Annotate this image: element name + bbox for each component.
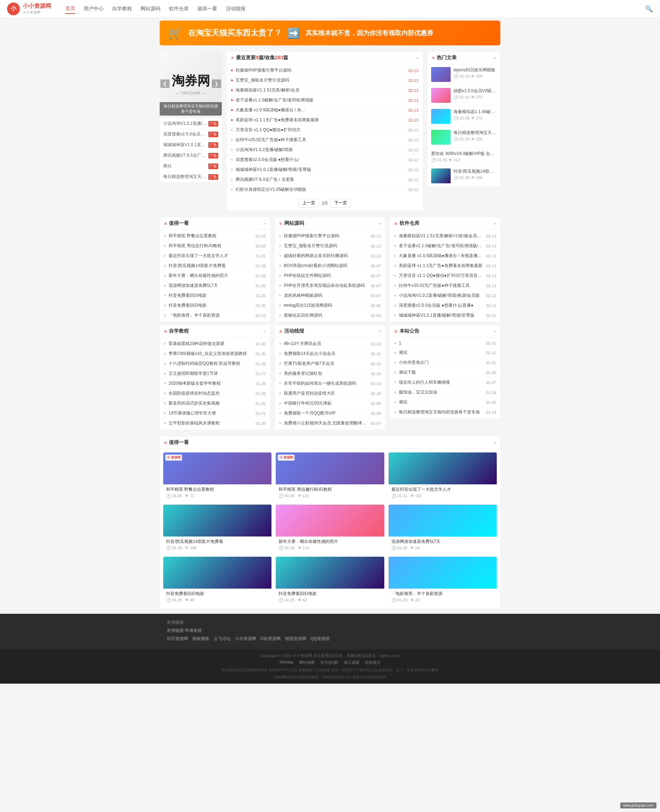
- item-link[interactable]: 和平精英 秀信息行BUG教程: [168, 243, 253, 249]
- sidebar-ad-item[interactable]: 小说淘淘V1.0.2直播/破解/高级/换源/会员版 广告: [160, 119, 222, 129]
- item-link[interactable]: 抖音免费着回归电影: [168, 293, 253, 299]
- item-link[interactable]: 美剧蓝球 v1.1.1无广告●免费著名前两集最新: [399, 263, 483, 269]
- item-link[interactable]: PHP全开漂亮东淘宝喵品命自动处系统源码: [284, 283, 368, 289]
- nav-website-source[interactable]: 网站源码: [141, 4, 160, 13]
- item-link[interactable]: 万变语音 v1.1 QQ●微信●扩列功/万变语音量...: [399, 273, 483, 279]
- item-link[interactable]: 新板站后后红网源码: [284, 312, 368, 318]
- sidebar-ad-link-5[interactable]: 每日精选整理淘宝天猫内部优惠券干货专场: [163, 174, 208, 180]
- item-link[interactable]: 「电影推荐」半个喜剧资源: [168, 312, 253, 318]
- item-link[interactable]: 海量模拟器V1.1.51完美/解析/小组/破会员：我机...: [399, 233, 483, 239]
- item-link[interactable]: 美的服务登记抽红包: [284, 370, 368, 377]
- bottom-card-item[interactable]: 「电影推荐」半个喜剧资源 🕐 01-23 👁 43: [389, 557, 497, 605]
- article-link[interactable]: 海量模拟器V1.1.51完美/解析/会员: [236, 87, 406, 93]
- hot-more[interactable]: »: [494, 56, 496, 60]
- notice-more[interactable]: »: [494, 329, 496, 333]
- bottom-card-item[interactable]: 迅游网游加速器免费玩7天 🕐 01-25 👁 24: [389, 505, 497, 552]
- item-link[interactable]: 抖音免费着回归电影: [168, 302, 253, 309]
- footer-bottom-link[interactable]: 网站地图: [299, 660, 315, 665]
- item-link[interactable]: 小伙伴惹免出门: [399, 359, 483, 366]
- sidebar-ad-item-3[interactable]: 腾讯视频V7.9.3去广告 / 去更新 广告: [160, 150, 222, 161]
- item-link[interactable]: 新年大赛：晒出你最性感的照片: [168, 273, 253, 279]
- item-link[interactable]: 轻量级PHP搜索引擎平台源码: [284, 233, 368, 239]
- logo[interactable]: 小 小小资源网 小小资源网: [7, 3, 51, 15]
- footer-bottom-link[interactable]: 站长统计: [365, 660, 381, 665]
- item-link[interactable]: BOX帝国cms好看的小消网站源码: [284, 263, 368, 269]
- item-link[interactable]: 老子追番v1.1.0破解/去广告/老司机增强版/我视...: [399, 243, 483, 249]
- footer-apply-link[interactable]: 友情链接 申请友链: [167, 628, 202, 634]
- footer-site-link[interactable]: 朝霞资源网: [285, 636, 306, 642]
- item-link[interactable]: 立平彩影的基础风水课教程: [168, 420, 253, 426]
- item-link[interactable]: 免费领取一个月QQ图书VIP: [284, 410, 368, 416]
- source-more[interactable]: »: [379, 221, 381, 226]
- item-link[interactable]: 中国银行年45元50元津贴: [284, 400, 368, 406]
- bottom-card-item[interactable]: 抖音免费着回归电影 🕐 01-25 👁 40: [163, 557, 271, 605]
- bottom-value-more[interactable]: »: [494, 440, 496, 445]
- item-link[interactable]: 最近抖音出现了一大批文学人才: [168, 253, 253, 259]
- nav-value[interactable]: 值得一看: [197, 4, 217, 13]
- item-link[interactable]: 非常不错的如何填出一键生成系统源码: [284, 380, 368, 386]
- item-link[interactable]: 苹果CMS模板v10_自定义添加游资源教程: [168, 351, 253, 357]
- sidebar-ad-item-2[interactable]: 城城城神器V1.0.1直播/破解/简级/至尊版 广告: [160, 140, 222, 150]
- sidebar-ad-link-1[interactable]: 深度搜索v2.5.0会员版 ●想看什么/直播: [163, 131, 208, 137]
- article-link[interactable]: 大象直播 v1.0.9高清稳●播港台 / 央...: [236, 107, 406, 113]
- item-link[interactable]: 测试下载: [399, 369, 483, 375]
- item-link[interactable]: 十六进制代码钱贷QQ教程 防追导教程: [168, 361, 253, 367]
- item-link[interactable]: emlog高仿115波浪网源码: [284, 302, 368, 309]
- item-link[interactable]: 现在街上的行人和车辆很慢: [399, 380, 483, 385]
- item-link[interactable]: 14节课读懂心理学宫大增: [168, 410, 253, 416]
- sidebar-ad-link-0[interactable]: 小说淘淘V1.0.2直播/破解/高级/换源/会员版: [163, 120, 208, 127]
- recent-updates-more[interactable]: »: [416, 56, 418, 60]
- item-link[interactable]: 全国防疫疫情实时动态监控: [168, 390, 253, 396]
- article-link[interactable]: 幻影分身虚拟定位V1.05破解全功能版: [236, 187, 406, 193]
- next-page-btn[interactable]: 下一页: [330, 199, 351, 207]
- item-link[interactable]: 零基础蛋糕20种花样做法源课: [168, 341, 253, 347]
- item-link[interactable]: 比特牛v20.02无广告版●种子搜索工具: [399, 283, 483, 289]
- item-link[interactable]: 城城城神器V1.0.1直播/破解/简级/至尊版: [399, 312, 483, 318]
- prev-page-btn[interactable]: 上一页: [298, 199, 319, 207]
- nav-activity[interactable]: 活动线报: [226, 4, 246, 13]
- item-link[interactable]: 测试: [399, 350, 483, 356]
- item-link[interactable]: 小说淘淘V1.0.2直播/破解/简级/换源/会员版: [399, 293, 483, 299]
- item-link[interactable]: 芒果TV新老用户领7天会员: [284, 361, 368, 367]
- footer-site-link[interactable]: 独家播客: [192, 636, 209, 642]
- sidebar-ad-link-4[interactable]: 商社: [163, 163, 208, 169]
- item-link[interactable]: 大象直播 v1.0.9高清稳●播港台 / 央视直播...: [399, 253, 483, 259]
- article-link[interactable]: 互赞宝_领取名片赞引流源码: [236, 77, 406, 83]
- activity-more[interactable]: »: [379, 329, 381, 333]
- item-link[interactable]: 1: [399, 341, 483, 346]
- sidebar-ad-link-2[interactable]: 城城城神器V1.0.1直播/破解/简级/至尊版: [163, 142, 208, 148]
- article-link[interactable]: 城城城神器V1.0.1直播/破解/简级/至尊版: [236, 167, 406, 173]
- article-link[interactable]: 深度搜索v2.5.0会员版 ●想看什么/: [236, 157, 406, 163]
- nav-software[interactable]: 软件仓库: [169, 4, 189, 13]
- footer-site-link[interactable]: 刘贝资源网: [167, 636, 188, 642]
- carousel-next-btn[interactable]: ❯: [212, 79, 221, 88]
- nav-self-learning[interactable]: 自学教程: [112, 4, 132, 13]
- article-link[interactable]: 比特牛v20.02无广告版●种子搜索工具: [236, 137, 406, 143]
- footer-site-link[interactable]: QQ资源馆: [311, 636, 330, 642]
- item-link[interactable]: 测试: [399, 399, 483, 405]
- footer-site-link[interactable]: 小乐资源网: [235, 636, 256, 642]
- sidebar-ad-item-5[interactable]: 每日精选整理淘宝天猫内部优惠券干货专场 广告: [160, 172, 222, 182]
- article-link[interactable]: 老子追番v1.1.0破解/去广告/老司机增强版: [236, 97, 406, 103]
- article-link[interactable]: 美剧蓝球 v1.1.1无广告●免费著名前两集最新: [236, 117, 406, 123]
- item-link[interactable]: 抖音/西瓜视频14部影片免费着: [168, 263, 253, 269]
- item-link[interactable]: 腿加油，宝汉汉加油: [399, 389, 483, 396]
- sidebar-ad-link-3[interactable]: 腾讯视频V7.9.3去广告 / 去更新: [163, 152, 208, 158]
- item-link[interactable]: 每日精选整理淘宝天猫内部优惠券干货专场: [399, 409, 483, 415]
- item-link[interactable]: 迅游网游加速器免费玩7天: [168, 283, 253, 289]
- bottom-card-item[interactable]: 小·资源网 和平精英 野餐点位置教程 🕐 01-03 👁 71: [163, 453, 271, 500]
- bottom-card-item[interactable]: 抖音/西瓜视频14部影片免费着 🕐 01-28 👁 186: [163, 505, 271, 552]
- sidebar-ad-item-1[interactable]: 深度搜索v2.5.0会员版 ●想看什么/直播 广告: [160, 129, 222, 140]
- item-link[interactable]: 和平精英 野餐点位置教程: [168, 233, 253, 239]
- item-link[interactable]: 2020独考新版全套学年教程: [168, 380, 253, 386]
- footer-bottom-link[interactable]: 加入桌面: [344, 660, 359, 665]
- article-link[interactable]: 万变语音 v1.1 QQ●微信●扩列功方: [236, 127, 406, 133]
- bottom-card-item[interactable]: 新年大赛：晒出你最性感的照片 🕐 01-26 👁 114: [276, 505, 384, 552]
- item-link[interactable]: 道的风格种模板源码: [284, 293, 368, 299]
- footer-bottom-link[interactable]: 官方QQ群: [320, 660, 338, 665]
- bottom-card-item[interactable]: 最近抖音出现了一大批文学人才 🕐 01-31 👁 152: [389, 453, 497, 500]
- footer-site-link[interactable]: 云飞论坛: [214, 636, 231, 642]
- article-link[interactable]: 腾讯视频V7.9.3去广告 / 去更新: [236, 177, 406, 183]
- item-link[interactable]: PHP在线短文件网站源码: [284, 273, 368, 279]
- item-link[interactable]: 免费领取14天起点小说会员: [284, 351, 368, 357]
